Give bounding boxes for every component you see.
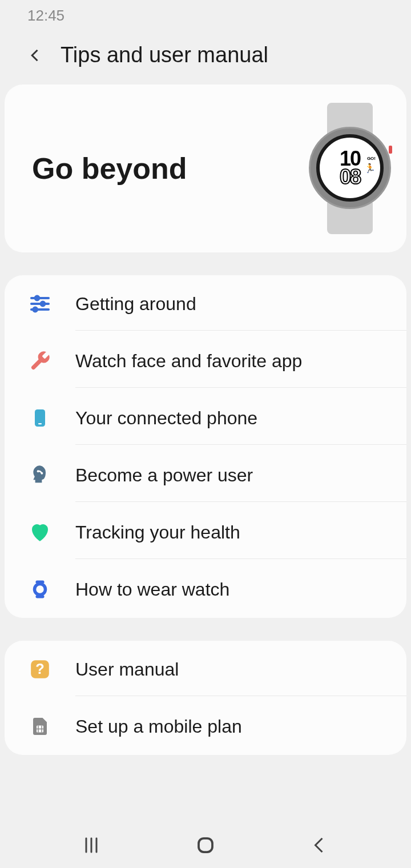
home-icon[interactable] [195, 835, 216, 855]
tips-list-card: Getting around Watch face and favorite a… [5, 275, 406, 618]
watch-icon [27, 577, 53, 602]
svg-rect-20 [199, 838, 212, 852]
list-item-user-manual[interactable]: ? User manual [5, 641, 406, 698]
list-item-label: Getting around [75, 294, 384, 315]
list-item-label: Become a power user [75, 465, 384, 486]
list-item-power-user[interactable]: Become a power user [5, 447, 406, 504]
list-item-wear-watch[interactable]: How to wear watch [5, 561, 406, 618]
list-item-watch-face[interactable]: Watch face and favorite app [5, 332, 406, 389]
status-time: 12:45 [27, 7, 65, 24]
page-header: Tips and user manual [0, 31, 411, 85]
phone-icon [27, 405, 53, 431]
hero-card[interactable]: Go beyond 10 08 GO! 🏃 [5, 85, 406, 252]
wrench-icon [27, 348, 53, 373]
list-item-getting-around[interactable]: Getting around [5, 275, 406, 332]
svg-point-1 [35, 296, 39, 300]
svg-rect-7 [38, 423, 42, 424]
svg-point-10 [35, 584, 46, 595]
list-item-label: User manual [75, 659, 384, 680]
list-item-mobile-plan[interactable]: Set up a mobile plan [5, 698, 406, 755]
svg-text:?: ? [35, 661, 44, 677]
list-item-health[interactable]: Tracking your health [5, 504, 406, 561]
page-title: Tips and user manual [61, 43, 268, 67]
nav-back-icon[interactable] [309, 835, 330, 855]
list-item-label: Your connected phone [75, 408, 384, 429]
list-item-label: Watch face and favorite app [75, 351, 384, 372]
help-icon: ? [27, 657, 53, 682]
list-item-connected-phone[interactable]: Your connected phone [5, 389, 406, 447]
back-icon[interactable] [27, 47, 43, 63]
sliders-icon [27, 291, 53, 316]
list-item-label: Set up a mobile plan [75, 716, 384, 737]
heart-icon [27, 520, 53, 545]
list-item-label: How to wear watch [75, 579, 384, 600]
svg-point-3 [41, 302, 45, 306]
list-item-label: Tracking your health [75, 522, 384, 543]
navigation-bar [0, 822, 411, 868]
hero-title: Go beyond [32, 151, 187, 186]
svg-point-5 [33, 308, 37, 312]
head-icon [27, 463, 53, 488]
sim-icon [27, 714, 53, 739]
manual-list-card: ? User manual Set up a mobile plan [5, 641, 406, 755]
status-bar: 12:45 [0, 0, 411, 31]
recents-icon[interactable] [81, 835, 102, 855]
watch-image: 10 08 GO! 🏃 [307, 103, 393, 234]
